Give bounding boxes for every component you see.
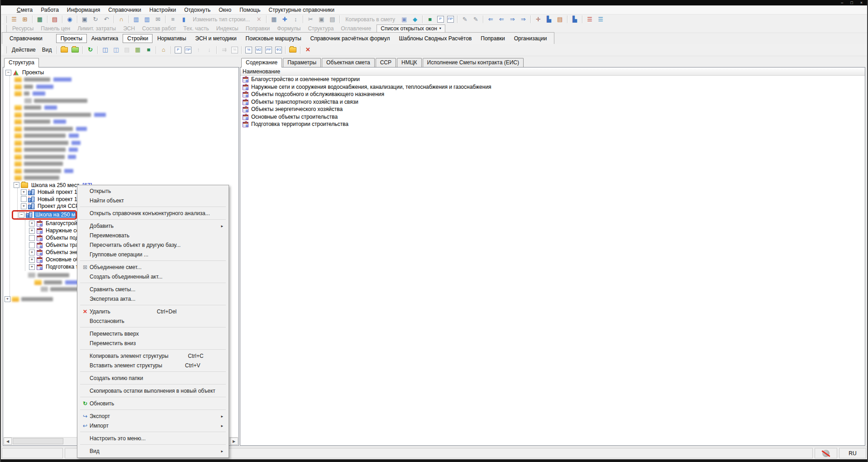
tab-nmck[interactable]: НМЦК [397,58,422,67]
p-page-icon[interactable]: Р [435,15,445,24]
note-icon[interactable]: ✉ [153,14,163,24]
copy-sheet-icon[interactable]: ▣ [399,14,410,24]
copy-icon[interactable]: ▣ [316,14,327,24]
new-folder-icon[interactable] [287,45,298,55]
list-item-object[interactable]: Подготовка территории строительства [240,120,865,128]
indent-all-icon[interactable]: ⇒ [518,14,529,24]
expand-icon[interactable]: + [29,250,35,255]
expand-icon[interactable]: + [5,296,10,302]
save-icon[interactable]: ▣ [79,14,90,24]
printer-icon[interactable]: ≡ [167,14,178,24]
materials-icon[interactable]: ▤ [554,14,565,24]
menu-copy-folder[interactable]: Создать копию папки [77,373,229,383]
percent-card-icon[interactable]: % [243,45,253,54]
menu-rename[interactable]: Переименовать [77,231,229,240]
workspace-tab-popravki[interactable]: Поправки [476,34,509,43]
workspace-tab-normativy[interactable]: Нормативы [153,34,191,43]
green-book-icon[interactable]: ■ [424,14,435,24]
list-item-object[interactable]: Основные объекты строительства [240,113,865,121]
expand-icon[interactable]: + [29,264,35,270]
blue-layers-icon[interactable]: ☰ [595,14,606,24]
collapse-icon[interactable]: − [19,212,24,218]
menu-pomosch[interactable]: Помощь [235,6,264,14]
row-edit-cancel-icon[interactable]: ✎ [470,14,481,24]
tree-node-redacted[interactable] [4,83,238,91]
outdent-icon[interactable]: ⇐ [485,14,496,24]
scroll-right-icon[interactable]: ▶ [230,438,238,445]
list-item-object[interactable]: Объекты транспортного хозяйства и связи [240,98,865,106]
action-menu-button[interactable]: Действие [9,46,39,54]
menu-spravochniki[interactable]: Справочники [104,6,145,14]
workspace-tab-spravochniki[interactable]: Справочники [5,34,47,43]
menu-strukturnye-spravochniki[interactable]: Структурные справочники [264,6,339,14]
refresh-tree-icon[interactable]: ↻ [85,45,95,55]
menu-compare-estimates[interactable]: Сравнить сметы... [77,284,229,294]
expand-icon[interactable]: + [29,221,35,226]
close-button[interactable]: × [860,1,863,5]
calculator-icon[interactable]: ▦ [268,14,279,24]
m2-card-icon[interactable]: М2 [253,45,263,54]
workspace-tab-analitika[interactable]: Аналитика [87,34,123,43]
maximize-button[interactable]: □ [850,1,853,5]
search-icon[interactable]: ◉ [64,14,75,24]
folder-level-up-icon[interactable] [59,45,70,55]
tools-icon[interactable]: ✛ [533,14,544,24]
buildings-icon[interactable]: ◫ [110,45,121,55]
paste-icon[interactable]: ▤ [327,14,338,24]
menu-delete[interactable]: ✕ Удалить Ctrl+Del [77,307,229,316]
pdf-export-icon[interactable]: ▤ [49,14,60,24]
workspace-tab-proekty[interactable]: Проекты [56,34,87,43]
pr-page-icon[interactable]: ПР [445,15,455,24]
row-edit-icon[interactable]: ✎ [459,14,470,24]
menu-okno[interactable]: Окно [215,6,235,14]
tree-node-redacted[interactable] [4,90,238,97]
tree-node-redacted[interactable] [4,118,238,125]
tree-node-redacted[interactable] [4,160,238,168]
workspace-tab-esn-i-metodiki[interactable]: ЭСН и методики [191,34,241,43]
spinner-icon[interactable]: ↕ [290,14,301,24]
indent-icon[interactable]: ⇒ [507,14,518,24]
tab-object-estimate[interactable]: Объектная смета [322,58,375,67]
list-item-object[interactable]: Благоустройство и озеленение территории [240,76,865,83]
minimize-button[interactable]: – [841,1,843,5]
tab-contents[interactable]: Содержание [241,58,282,67]
expand-icon[interactable] [29,235,35,241]
estimate-card-icon[interactable]: ▥ [131,14,142,24]
tree-node-projects-root[interactable]: − Проекты [4,69,238,76]
excel-export-icon[interactable]: ▦ [34,14,45,24]
tree-node-redacted[interactable] [4,168,238,175]
refresh-icon[interactable]: ↻ [90,14,101,24]
column-header-name[interactable]: Наименование [240,67,865,76]
collapse-icon[interactable]: − [14,182,19,188]
building-icon[interactable]: ▮ [178,14,189,24]
cut-icon[interactable]: ✂ [305,14,316,24]
folder-collapse-icon[interactable] [70,45,81,55]
list-item-object[interactable]: Наружные сети и сооружения водоснабжения… [240,83,865,91]
expand-icon[interactable]: + [29,228,35,234]
tree-node-redacted[interactable] [4,174,238,182]
tab-parameters[interactable]: Параметры [283,58,321,67]
menu-merge-estimates[interactable]: ⊠ Объединение смет... [77,262,229,272]
add-project-icon[interactable]: ◫ [100,45,110,55]
expand-icon[interactable]: + [29,257,35,263]
tree-node-redacted[interactable] [4,154,238,161]
bucket-icon[interactable]: ◆ [410,14,420,24]
delivery-truck-icon[interactable]: ▙ [569,14,580,24]
house-card-icon[interactable]: ⌂ [158,45,169,55]
tab-structure[interactable]: Структура [4,58,39,67]
workspace-tab-organizacii[interactable]: Организации [510,34,552,43]
tree-node-redacted[interactable] [4,104,238,111]
close-panel-icon[interactable]: ✕ [302,45,313,55]
menu-import[interactable]: ↩ Импорт ▸ [77,421,229,430]
menu-refresh[interactable]: ↻ Обновить [77,399,229,408]
tree-node-redacted[interactable] [4,132,238,140]
truck-icon[interactable]: ▙ [544,14,554,24]
menu-export[interactable]: ↪ Экспорт ▸ [77,411,229,421]
collapse-icon[interactable]: − [5,70,11,76]
workspace-tab-shablony-svodnyh-raschetov[interactable]: Шаблоны Сводных Расчётов [394,34,476,43]
expand-icon[interactable]: + [21,203,27,209]
menu-recalculate-object[interactable]: Пересчитать объект в другую базу... [77,240,229,250]
menu-nastrojki[interactable]: Настройки [145,6,180,14]
list-item-object[interactable]: Объекты подсобного и обслуживающего назн… [240,91,865,98]
open-windows-list-button[interactable]: Список открытых окон ▾ [377,24,445,33]
